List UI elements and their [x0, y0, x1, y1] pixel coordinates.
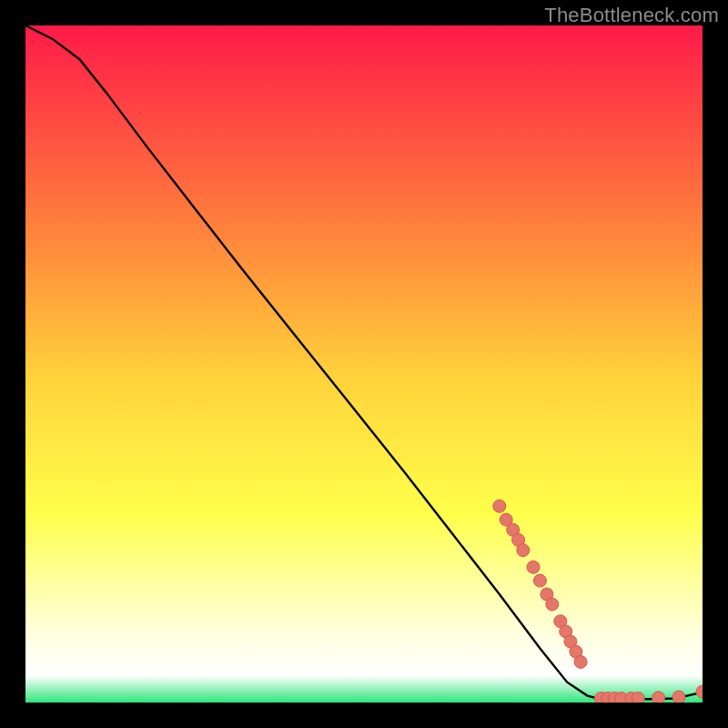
data-marker [517, 544, 530, 557]
data-marker [533, 574, 546, 587]
data-marker [546, 598, 559, 611]
gradient-background [25, 25, 703, 703]
data-marker [527, 561, 540, 573]
data-marker [493, 500, 506, 512]
data-marker [652, 692, 665, 703]
chart-svg [25, 25, 703, 703]
data-marker [672, 691, 685, 703]
data-marker [574, 655, 587, 668]
chart-frame: TheBottleneck.com [0, 0, 728, 728]
data-marker [632, 693, 644, 703]
plot-area [25, 25, 703, 703]
watermark-text: TheBottleneck.com [544, 4, 719, 27]
